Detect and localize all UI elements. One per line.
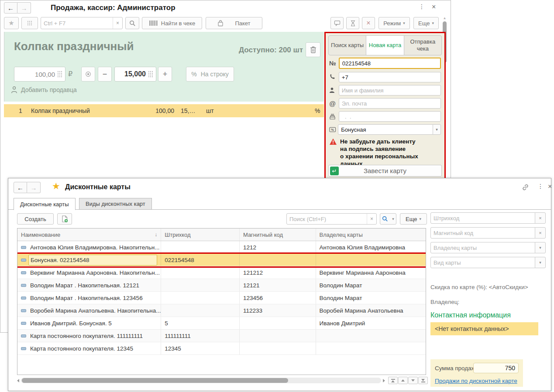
- tab-new-card[interactable]: Новая карта: [366, 36, 404, 55]
- tab-card-types[interactable]: Виды дисконтных карт: [79, 198, 152, 210]
- clear-search-icon[interactable]: ×: [367, 214, 376, 224]
- create-card-button[interactable]: ↵ Завести карту: [328, 165, 442, 177]
- cards-close-button[interactable]: ×: [548, 183, 552, 191]
- quantity-field[interactable]: 15,000: [114, 67, 156, 82]
- forward-icon: →: [31, 184, 37, 191]
- sale-more-button[interactable]: Еще ▾: [413, 17, 439, 29]
- filter-card-type-input[interactable]: [430, 257, 535, 268]
- cards-more-button[interactable]: Еще ▾: [400, 213, 427, 225]
- table-row-selected[interactable]: Бонусная. 022154548 022154548: [17, 254, 426, 266]
- percent-icon: %: [191, 71, 196, 78]
- add-seller-button[interactable]: Добавить продавца: [10, 86, 77, 94]
- view-button[interactable]: [81, 67, 95, 82]
- create-label: Создать: [24, 216, 46, 222]
- cards-kebab-menu[interactable]: ⋮: [537, 183, 544, 190]
- find-in-receipt-button[interactable]: Найти в чеке: [142, 17, 202, 29]
- table-row[interactable]: Володин Марат . Накопительная. 12121 121…: [17, 279, 426, 292]
- cards-nav-buttons: ← →: [14, 182, 41, 193]
- scroll-left-icon[interactable]: [17, 379, 19, 382]
- filter-magnetic-input[interactable]: [430, 227, 535, 239]
- email-input[interactable]: [339, 98, 441, 109]
- new-document-icon: [62, 215, 68, 223]
- table-row[interactable]: Антонова Юлия Владимировна. Накопительн.…: [17, 241, 426, 254]
- col-name: Наименование↓: [17, 228, 161, 241]
- cards-more-label: Еще: [406, 216, 417, 222]
- receipt-line[interactable]: 1 Колпак праздничный 100,00 15,… шт %: [4, 104, 324, 117]
- price-field[interactable]: 100,00: [14, 67, 65, 82]
- dropdown-icon[interactable]: ▾: [535, 242, 546, 253]
- sale-kebab-menu[interactable]: ⋮: [419, 3, 425, 10]
- go-last-button[interactable]: [418, 377, 428, 384]
- table-row[interactable]: Карта постоянного покупателя. 111111111 …: [17, 330, 426, 342]
- table-horizontal-scrollbar[interactable]: [17, 377, 385, 384]
- phone-icon: [329, 74, 339, 80]
- quick-search-input[interactable]: [41, 17, 123, 29]
- scroll-right-icon[interactable]: [383, 379, 385, 382]
- create-by-copy-button[interactable]: [57, 213, 72, 225]
- dropdown-icon[interactable]: ▾: [535, 257, 546, 268]
- sales-by-card-link[interactable]: Продажи по дисконтной карте: [435, 378, 517, 384]
- scrollbar-thumb[interactable]: [22, 378, 288, 383]
- favorites-button[interactable]: ★: [4, 17, 19, 29]
- discount-value: <АвтоСкидки>: [489, 284, 528, 290]
- line-discount-button[interactable]: % На строку: [186, 67, 234, 82]
- get-link-button[interactable]: [522, 184, 529, 193]
- line-unit: шт: [206, 107, 214, 114]
- phone-row: [329, 72, 441, 83]
- cancel-receipt-button[interactable]: ×: [362, 17, 375, 29]
- product-name: Колпак праздничный: [14, 40, 134, 53]
- table-row[interactable]: Воробей Марина Анатольевна. Накопительна…: [17, 304, 426, 317]
- search-button[interactable]: [125, 17, 139, 29]
- quantity-plus-button[interactable]: +: [158, 67, 172, 82]
- filter-barcode-input[interactable]: [430, 212, 535, 224]
- package-button[interactable]: Пакет: [206, 17, 262, 29]
- line-name: Колпак праздничный: [31, 107, 90, 114]
- sale-close-button[interactable]: ×: [432, 3, 436, 11]
- scroll-up-icon[interactable]: ▲: [442, 16, 447, 20]
- mode-label: Режим: [383, 20, 401, 27]
- table-row[interactable]: Иванов Дмитрий. Бонусная. 5 5 Иванов Дми…: [17, 317, 426, 330]
- table-search-input[interactable]: [286, 213, 377, 225]
- clear-search-icon[interactable]: ×: [113, 17, 122, 29]
- back-button[interactable]: ←: [14, 182, 27, 193]
- back-button[interactable]: ←: [4, 2, 17, 14]
- tab-send-receipt[interactable]: Отправка чека: [404, 36, 441, 55]
- postpone-button[interactable]: [346, 17, 359, 29]
- birthday-row: [329, 111, 441, 122]
- up-icon: [401, 379, 405, 382]
- delete-row-button[interactable]: [306, 42, 320, 57]
- create-button[interactable]: Создать: [17, 213, 54, 225]
- table-row[interactable]: Карта постоянного покупателя. 12345 1234…: [17, 342, 426, 355]
- phone-input[interactable]: [339, 72, 441, 82]
- quantity-minus-button[interactable]: −: [98, 67, 112, 82]
- line-price: 100,00: [148, 107, 174, 114]
- go-down-button[interactable]: [408, 377, 418, 384]
- card-type-dropdown-icon[interactable]: ▾: [433, 124, 441, 135]
- card-number-input[interactable]: [339, 58, 441, 69]
- menu-grid-button[interactable]: [21, 17, 38, 29]
- numpad-icon: [148, 71, 153, 78]
- mode-button[interactable]: Режим ▾: [379, 17, 410, 29]
- search-options-button[interactable]: ▾: [380, 213, 396, 225]
- table-row[interactable]: Володин Марат . Накопительная. 123456 12…: [17, 292, 426, 304]
- birthday-input[interactable]: [339, 111, 441, 122]
- card-type-select[interactable]: [338, 124, 433, 135]
- card-type-row: % ▾: [329, 124, 441, 135]
- favorite-star-icon[interactable]: ★: [52, 181, 60, 191]
- table-row[interactable]: Верквинг Марианна Аароновна. Накопительн…: [17, 266, 426, 279]
- comment-button[interactable]: [330, 17, 344, 29]
- go-first-button[interactable]: [388, 377, 398, 384]
- clear-icon[interactable]: ×: [535, 212, 546, 224]
- go-up-button[interactable]: [398, 377, 408, 384]
- scrollbar-track[interactable]: [21, 378, 381, 383]
- clear-icon[interactable]: ×: [535, 227, 546, 239]
- table-header[interactable]: Наименование↓ Штрихкод Магнитный код Вла…: [17, 228, 426, 241]
- client-name-input[interactable]: [339, 85, 441, 95]
- filter-owner-input[interactable]: [430, 242, 535, 253]
- tab-card-search[interactable]: Поиск карты: [329, 36, 366, 55]
- forward-button[interactable]: →: [17, 2, 31, 14]
- forward-button[interactable]: →: [27, 182, 41, 193]
- filter-owner: ▾: [430, 242, 546, 253]
- client-name-row: [329, 85, 441, 96]
- tab-discount-cards[interactable]: Дисконтные карты: [14, 198, 76, 210]
